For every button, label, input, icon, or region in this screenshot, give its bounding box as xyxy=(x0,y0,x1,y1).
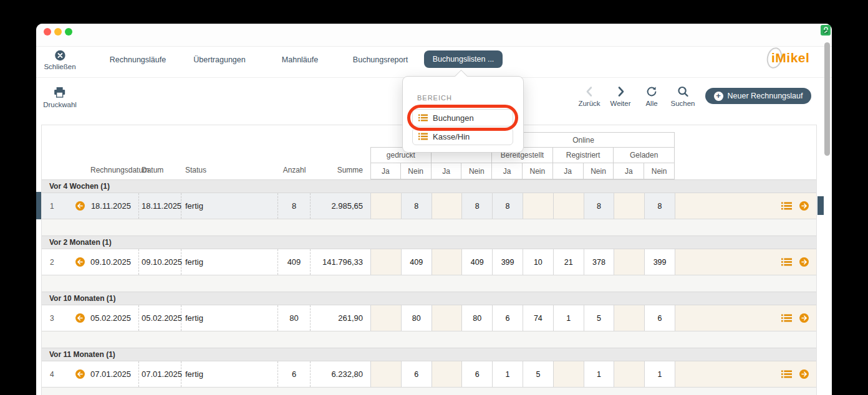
dropdown-item-label: Kasse/Hin xyxy=(433,132,470,141)
ja-header: Ja xyxy=(553,163,584,179)
row-list-icon[interactable] xyxy=(781,258,792,266)
zurueck-button[interactable]: Zurück xyxy=(578,85,600,107)
close-window-button[interactable] xyxy=(44,28,51,36)
row-list-icon[interactable] xyxy=(781,314,792,322)
cell-rechnungsdatum: 07.01.2025 xyxy=(90,361,139,387)
row-list-icon[interactable] xyxy=(781,370,792,378)
weiter-label: Weiter xyxy=(610,100,630,107)
table-body: Vor 4 Wochen (1)1 18.11.202518.11.2025fe… xyxy=(42,179,816,388)
refresh-icon xyxy=(645,85,658,98)
druckwahl-button[interactable]: Druckwahl xyxy=(43,87,77,108)
cell-summe: 2.985,65 xyxy=(311,193,370,219)
cell-ja-value xyxy=(614,249,644,275)
cell-ja-value xyxy=(553,361,584,387)
section-group-header: Vor 2 Monaten (1) xyxy=(42,236,816,249)
cell-status: fertig xyxy=(181,361,278,387)
section-group-header: Vor 4 Wochen (1) xyxy=(42,179,816,193)
table-row[interactable]: 3 05.02.202505.02.2025fertig80261,908080… xyxy=(42,305,816,331)
row-number: 4 xyxy=(42,361,69,387)
cell-ja-value xyxy=(432,249,462,275)
nav-item-buchungslisten-active[interactable]: Buchungslisten ... xyxy=(424,50,503,68)
cell-rechnungsdatum: 05.02.2025 xyxy=(90,305,139,331)
suchen-label: Suchen xyxy=(670,100,695,107)
nav-item-rechnungslaeufe[interactable]: Rechnungsläufe xyxy=(110,55,166,64)
row-open-arrow-icon[interactable] xyxy=(69,249,90,275)
cell-ja-value xyxy=(432,361,462,387)
column-group-geladen: Geladen xyxy=(614,147,675,163)
cell-ja-value xyxy=(370,361,401,387)
neuer-rechnungslauf-label: Neuer Rechnungslauf xyxy=(728,92,803,100)
cell-ja-value xyxy=(432,193,462,219)
neuer-rechnungslauf-button[interactable]: + Neuer Rechnungslauf xyxy=(705,88,811,104)
row-goto-arrow-icon[interactable] xyxy=(799,369,809,379)
cell-ja-value xyxy=(614,361,644,387)
cell-status: fertig xyxy=(181,193,278,219)
cell-nein-value: 10 xyxy=(523,249,553,275)
row-actions xyxy=(675,249,816,275)
chevron-right-icon xyxy=(614,85,627,98)
table-row[interactable]: 1 18.11.202518.11.2025fertig82.985,65888… xyxy=(42,193,816,219)
cell-nein-value: 409 xyxy=(401,249,432,275)
cell-nein-value: 5 xyxy=(584,305,614,331)
printer-icon xyxy=(54,87,67,98)
column-header-datum: Datum xyxy=(139,166,181,174)
cell-rechnungsdatum: 18.11.2025 xyxy=(90,193,139,219)
cell-nein-value: 399 xyxy=(644,249,675,275)
table-row[interactable]: 2 09.10.202509.10.2025fertig409141.796,3… xyxy=(42,249,816,275)
cell-summe: 141.796,33 xyxy=(311,249,370,275)
dropdown-item-kasse-hin[interactable]: Kasse/Hin xyxy=(412,128,513,145)
cell-nein-value: 8 xyxy=(584,193,614,219)
ja-header: Ja xyxy=(492,163,523,179)
cell-nein-value: 80 xyxy=(401,305,432,331)
ja-header: Ja xyxy=(614,163,644,179)
ja-header: Ja xyxy=(432,163,462,179)
row-list-icon[interactable] xyxy=(781,202,792,210)
alle-button[interactable]: Alle xyxy=(645,85,658,107)
cell-anzahl: 8 xyxy=(278,193,311,219)
column-header-rechnungsdatum: Rechnungsdatum xyxy=(90,166,139,174)
row-open-arrow-icon[interactable] xyxy=(69,305,90,331)
column-group-registriert: Registriert xyxy=(553,147,614,163)
cell-anzahl: 6 xyxy=(278,361,311,387)
cell-nein-value: 74 xyxy=(523,305,553,331)
window-titlebar xyxy=(36,24,832,47)
suchen-button[interactable]: Suchen xyxy=(670,85,695,107)
table-row[interactable]: 4 07.01.202507.01.2025fertig66.232,80661… xyxy=(42,361,816,388)
nav-item-buchungsreport[interactable]: Buchungsreport xyxy=(353,55,408,64)
dropdown-section-label: BEREICH xyxy=(417,94,452,102)
cell-nein-value: 80 xyxy=(461,305,492,331)
cell-nein-value xyxy=(523,193,553,219)
close-circle-icon xyxy=(54,50,65,61)
section-gap xyxy=(42,219,816,236)
zoom-window-button[interactable] xyxy=(65,28,72,36)
close-module-label: Schließen xyxy=(44,63,75,70)
close-module-button[interactable]: Schließen xyxy=(44,50,75,70)
dropdown-item-buchungen[interactable]: Buchungen xyxy=(412,109,513,126)
cell-nein-value: 6 xyxy=(461,361,492,387)
scrollbar-thumb[interactable] xyxy=(824,42,830,156)
weiter-button[interactable]: Weiter xyxy=(610,85,630,107)
cell-anzahl: 80 xyxy=(278,305,311,331)
nav-item-uebertragungen[interactable]: Übertragungen xyxy=(193,55,245,64)
row-actions xyxy=(675,361,816,387)
row-goto-arrow-icon[interactable] xyxy=(799,313,809,323)
cell-nein-value: 8 xyxy=(461,193,492,219)
row-goto-arrow-icon[interactable] xyxy=(799,257,809,267)
main-toolbar: Schließen Rechnungsläufe Übertragungen M… xyxy=(36,47,832,78)
row-open-arrow-icon[interactable] xyxy=(69,193,90,219)
minimize-window-button[interactable] xyxy=(54,28,62,36)
cell-nein-value: 378 xyxy=(584,249,614,275)
nein-header: Nein xyxy=(584,163,614,179)
nein-header: Nein xyxy=(523,163,553,179)
ja-nein-header-row: Ja Nein Ja Nein Ja Nein Ja Nein Ja Nein xyxy=(370,163,675,179)
cell-datum: 07.01.2025 xyxy=(139,361,181,387)
dropdown-item-label: Buchungen xyxy=(433,113,474,123)
row-open-arrow-icon[interactable] xyxy=(69,361,90,387)
cell-ja-value: 21 xyxy=(553,249,584,275)
section-gap xyxy=(42,275,816,292)
column-header-anzahl: Anzahl xyxy=(278,166,311,174)
cell-nein-value: 409 xyxy=(461,249,492,275)
section-group-header: Vor 10 Monaten (1) xyxy=(42,292,816,305)
row-goto-arrow-icon[interactable] xyxy=(799,201,809,211)
nav-item-mahnlaeufe[interactable]: Mahnläufe xyxy=(282,55,318,64)
